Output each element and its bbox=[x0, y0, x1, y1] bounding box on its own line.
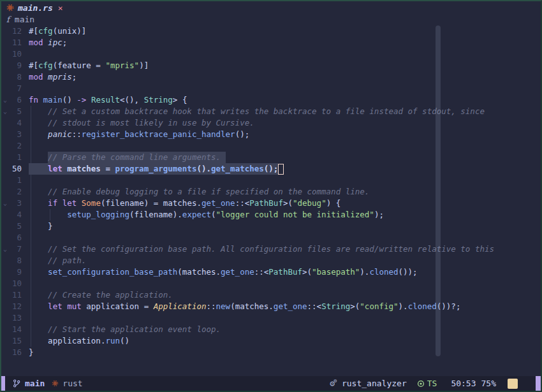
line-number: 4 bbox=[1, 209, 29, 221]
tab-title: main.rs bbox=[18, 3, 53, 13]
status-bar: main rust ⚙⚙ rust_analyzer TS 50:53 75 bbox=[1, 376, 541, 391]
code-line[interactable]: 2 // Enable debug logging to a file if s… bbox=[1, 186, 541, 198]
line-number: 8 bbox=[1, 255, 29, 266]
line-number: 1 bbox=[1, 152, 29, 163]
line-number: 6 bbox=[1, 232, 29, 243]
macro-indicator bbox=[508, 379, 518, 389]
fold-chevron-icon[interactable]: ⌄ bbox=[3, 198, 7, 209]
cursor-position[interactable]: 50:53 bbox=[451, 379, 476, 388]
code-line[interactable]: 3 panic::register_backtrace_panic_handle… bbox=[1, 129, 541, 140]
ts-label: TS bbox=[427, 379, 437, 388]
code-line[interactable]: 5⌄ // Set a custom backtrace hook that w… bbox=[1, 106, 541, 117]
line-number: 16 bbox=[1, 347, 29, 358]
rust-lang-icon bbox=[52, 380, 59, 387]
code-line[interactable]: 3⌄ if let Some(filename) = matches.get_o… bbox=[1, 198, 541, 209]
line-number: 1 bbox=[1, 175, 29, 186]
line-number: 8 bbox=[1, 71, 29, 83]
line-number: 6⌄ bbox=[1, 94, 29, 106]
code-line[interactable]: 10 bbox=[1, 278, 541, 289]
line-number: 4 bbox=[1, 117, 29, 129]
code-line[interactable]: 6 bbox=[1, 232, 541, 243]
line-number: 9 bbox=[1, 266, 29, 278]
code-line[interactable]: 11mod ipc; bbox=[1, 37, 541, 48]
code-line[interactable]: 12 let mut application = Application::ne… bbox=[1, 301, 541, 312]
code-line[interactable]: 8 // path. bbox=[1, 255, 541, 266]
mode-indicator-right bbox=[536, 376, 541, 391]
line-number: 5 bbox=[1, 221, 29, 232]
code-line[interactable]: 4 setup_logging(filename).expect("logger… bbox=[1, 209, 541, 221]
function-symbol-icon: f bbox=[6, 15, 10, 24]
code-line[interactable]: 7⌄ // Set the configuration base path. A… bbox=[1, 243, 541, 255]
code-line[interactable]: 6⌄fn main() -> Result<(), String> { bbox=[1, 94, 541, 106]
code-line[interactable]: 14 // Start the application event loop. bbox=[1, 324, 541, 335]
fold-chevron-icon[interactable]: ⌄ bbox=[3, 243, 7, 255]
language-label: rust bbox=[62, 379, 82, 388]
scroll-percent: 75% bbox=[481, 379, 496, 388]
line-number: 12 bbox=[1, 25, 29, 37]
code-line[interactable]: 10 bbox=[1, 48, 541, 60]
code-line[interactable]: 1 // Parse the command line arguments. bbox=[1, 152, 541, 163]
line-number: 15 bbox=[1, 335, 29, 347]
line-number: 50 bbox=[1, 163, 29, 175]
line-number: 3⌄ bbox=[1, 198, 29, 209]
fold-chevron-icon[interactable]: ⌄ bbox=[3, 94, 7, 106]
rust-file-icon bbox=[6, 4, 14, 11]
line-number: 7⌄ bbox=[1, 243, 29, 255]
tab-bar: main.rs × bbox=[1, 1, 541, 14]
code-editor[interactable]: 12#[cfg(unix)]11mod ipc;109#[cfg(feature… bbox=[1, 25, 541, 358]
line-number: 7 bbox=[1, 83, 29, 94]
line-number: 3 bbox=[1, 129, 29, 140]
breadcrumb[interactable]: f main bbox=[6, 14, 34, 25]
lsp-gears-icon: ⚙⚙ bbox=[330, 379, 337, 388]
git-branch-icon bbox=[13, 379, 20, 388]
text-cursor bbox=[278, 164, 284, 175]
code-line[interactable]: 8mod mpris; bbox=[1, 71, 541, 83]
code-line[interactable]: 13 bbox=[1, 312, 541, 324]
code-line[interactable]: 9 set_configuration_base_path(matches.ge… bbox=[1, 266, 541, 278]
code-line[interactable]: 16} bbox=[1, 347, 541, 358]
fold-chevron-icon[interactable]: ⌄ bbox=[3, 106, 7, 117]
code-line[interactable]: 4 // stdout is most likely in use by Cur… bbox=[1, 117, 541, 129]
code-line[interactable]: 1 bbox=[1, 175, 541, 186]
line-number: 10 bbox=[1, 278, 29, 289]
line-number: 5⌄ bbox=[1, 106, 29, 117]
tab-main-rs[interactable]: main.rs × bbox=[1, 1, 70, 14]
code-line[interactable]: 5 } bbox=[1, 221, 541, 232]
line-number: 2 bbox=[1, 140, 29, 152]
line-number: 14 bbox=[1, 324, 29, 335]
line-number: 2 bbox=[1, 186, 29, 198]
code-line[interactable]: 11 // Create the application. bbox=[1, 289, 541, 301]
code-line[interactable]: 15 application.run() bbox=[1, 335, 541, 347]
line-number: 13 bbox=[1, 312, 29, 324]
breadcrumb-function-name: main bbox=[15, 15, 34, 24]
line-number: 11 bbox=[1, 289, 29, 301]
line-number: 10 bbox=[1, 48, 29, 60]
treesitter-indicator[interactable]: TS bbox=[417, 379, 437, 388]
line-number: 12 bbox=[1, 301, 29, 312]
language-indicator[interactable]: rust bbox=[52, 379, 82, 388]
code-line[interactable]: 12#[cfg(unix)] bbox=[1, 25, 541, 37]
lsp-name[interactable]: rust_analyzer bbox=[342, 379, 407, 388]
code-line[interactable]: 2 bbox=[1, 140, 541, 152]
code-line[interactable]: 9#[cfg(feature = "mpris")] bbox=[1, 60, 541, 71]
scrollbar[interactable] bbox=[436, 25, 441, 356]
mode-indicator-left bbox=[1, 376, 5, 391]
code-line[interactable]: 50 let matches = program_arguments().get… bbox=[1, 163, 541, 175]
line-number: 11 bbox=[1, 37, 29, 48]
git-branch-name[interactable]: main bbox=[25, 379, 45, 388]
line-number: 9 bbox=[1, 60, 29, 71]
close-icon[interactable]: × bbox=[58, 4, 63, 12]
ts-circle-icon bbox=[417, 380, 425, 388]
code-line[interactable]: 7 bbox=[1, 83, 541, 94]
